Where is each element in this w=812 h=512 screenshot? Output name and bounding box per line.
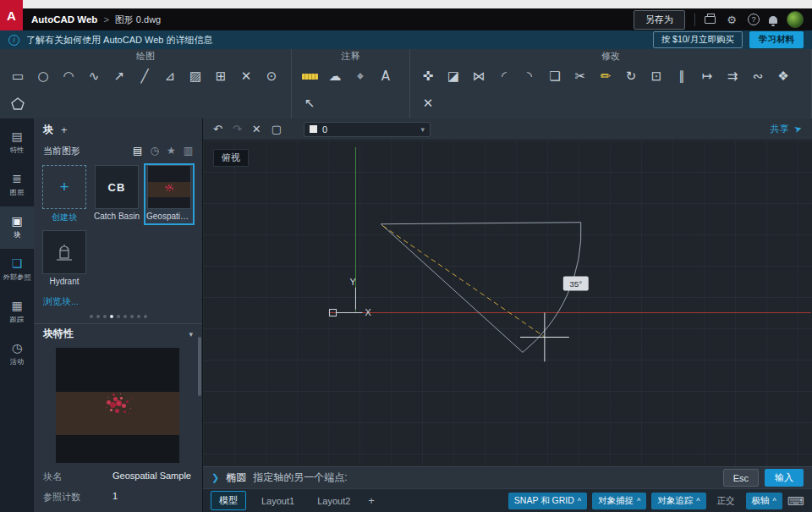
enter-button[interactable]: 输入 xyxy=(765,469,804,487)
share-button[interactable]: 共享 ➤ xyxy=(771,123,802,135)
toggle-snap-grid[interactable]: SNAP 和 GRID ^ xyxy=(508,493,587,509)
window-chrome-strip xyxy=(0,0,812,8)
tab-model[interactable]: 模型 xyxy=(211,491,246,510)
copy-tool[interactable]: ❏ xyxy=(543,64,567,88)
hatch-tool[interactable]: ▨ xyxy=(184,64,207,88)
erase-tool[interactable]: ✏ xyxy=(594,64,617,88)
tab-layout2[interactable]: Layout2 xyxy=(310,493,358,509)
polyline-tool[interactable]: ⊿ xyxy=(158,64,182,88)
redo-icon[interactable]: ↷ xyxy=(233,123,242,135)
add-layout-button[interactable]: + xyxy=(365,494,377,507)
block-cell-hydrant[interactable]: Hydrant xyxy=(41,230,88,286)
circle-tool[interactable]: ○ xyxy=(31,64,55,88)
array-tool[interactable]: ⊞ xyxy=(209,64,233,88)
favorites-view-icon[interactable]: ★ xyxy=(167,145,176,157)
user-avatar[interactable] xyxy=(787,11,804,28)
document-view-icon[interactable]: ▤ xyxy=(133,145,142,157)
undo-icon[interactable]: ↶ xyxy=(213,123,222,135)
zoom-extents-icon[interactable]: ✕ xyxy=(252,123,261,135)
spline-tool[interactable]: ∿ xyxy=(82,64,106,88)
dimension-tool[interactable]: ⌖ xyxy=(348,64,372,88)
sidebar-item-xref[interactable]: ❏ 外部参照 xyxy=(0,249,34,291)
chevron-up-icon[interactable]: ^ xyxy=(696,497,700,505)
linear-dimension-tool[interactable] xyxy=(298,64,321,88)
recent-view-icon[interactable]: ◷ xyxy=(150,145,158,157)
pagination-dot[interactable] xyxy=(96,315,100,318)
sidebar-item-blocks[interactable]: ▣ 块 xyxy=(0,206,34,249)
offset-tool[interactable]: ∥ xyxy=(670,64,694,88)
sidebar-item-activity[interactable]: ◷ 活动 xyxy=(0,333,34,376)
lengthen-tool[interactable]: ⇉ xyxy=(721,64,744,88)
mirror-tool[interactable]: ⋈ xyxy=(467,64,491,88)
stretch-tool[interactable]: ↦ xyxy=(695,64,719,88)
libraries-view-icon[interactable]: ▥ xyxy=(184,145,193,157)
help-icon[interactable]: ? xyxy=(748,14,760,25)
document-name[interactable]: 图形 0.dwg xyxy=(115,14,161,26)
pagination-dot[interactable] xyxy=(137,315,140,318)
move-tool[interactable]: ✜ xyxy=(416,64,440,88)
block-cell-catch-basin[interactable]: CB Catch Basin xyxy=(93,165,140,223)
sidebar-item-layers[interactable]: ≣ 图层 xyxy=(0,164,34,206)
toggle-ortho[interactable]: 正交 xyxy=(711,493,741,509)
block-properties-header[interactable]: 块特性 ▾ xyxy=(34,323,202,344)
rectangle-tool[interactable]: ▭ xyxy=(6,64,30,88)
add-block-icon[interactable]: + xyxy=(61,124,68,136)
learning-materials-button[interactable]: 学习材料 xyxy=(749,31,804,48)
block-label: Geospatial ... xyxy=(146,212,192,221)
measure-tool[interactable]: ✕ xyxy=(234,64,258,88)
chevron-up-icon[interactable]: ^ xyxy=(578,497,581,505)
settings-gear-icon[interactable]: ⚙ xyxy=(725,14,738,25)
command-prompt[interactable]: 指定轴的另一个端点: xyxy=(253,471,347,485)
text-tool[interactable]: A xyxy=(374,64,398,88)
toggle-object-snap[interactable]: 对象捕捉 ^ xyxy=(592,493,646,509)
scale-tool[interactable]: ⊡ xyxy=(645,64,668,88)
chevron-collapse-icon[interactable]: ▾ xyxy=(189,330,193,339)
block-cell-geospatial[interactable]: Geospatial ... xyxy=(145,165,193,223)
create-block-cell[interactable]: + 创建块 xyxy=(41,165,88,223)
line-tool[interactable]: ╱ xyxy=(133,64,156,88)
toggle-object-tracking[interactable]: 对象追踪 ^ xyxy=(651,493,705,509)
rotate-tool[interactable]: ↻ xyxy=(619,64,643,88)
pagination-dot[interactable] xyxy=(130,315,134,318)
arc-tool[interactable]: ◠ xyxy=(57,64,80,88)
browse-blocks-link[interactable]: 浏览块... xyxy=(34,288,202,311)
view-cube-label[interactable]: 俯视 xyxy=(213,149,249,167)
save-as-button[interactable]: 另存为 xyxy=(634,10,685,30)
trim-tool[interactable]: ◪ xyxy=(442,64,465,88)
fillet-tool[interactable]: ◜ xyxy=(492,64,516,88)
ucs-y-label: Y xyxy=(349,277,356,287)
autocad-logo[interactable]: A xyxy=(0,0,23,30)
buy-subscription-button[interactable]: 按 $10/月立即购买 xyxy=(653,31,743,48)
layer-dropdown[interactable]: 0 ▾ xyxy=(304,122,431,137)
pagination-dot[interactable] xyxy=(144,315,147,318)
toggle-polar[interactable]: 极轴 ^ xyxy=(746,493,782,509)
pagination-dot[interactable] xyxy=(123,315,127,318)
donut-tool[interactable]: ⊙ xyxy=(260,64,283,88)
drawing-canvas[interactable]: 俯视 X Y 35° xyxy=(203,140,812,466)
chamfer-tool[interactable]: ◝ xyxy=(518,64,541,88)
panel-scrollbar[interactable] xyxy=(198,337,201,396)
point-tool[interactable]: ✕ xyxy=(416,91,440,115)
ray-tool[interactable]: ↗ xyxy=(107,64,131,88)
notifications-bell-icon[interactable] xyxy=(769,16,777,24)
chevron-up-icon[interactable]: ^ xyxy=(637,497,640,505)
zoom-window-icon[interactable]: ▢ xyxy=(272,123,282,135)
keyboard-icon[interactable]: ⌨ xyxy=(787,494,804,508)
pagination-dot[interactable] xyxy=(110,315,113,318)
current-drawing-tab[interactable]: 当前图形 xyxy=(43,145,80,157)
leader-tool[interactable]: ↖ xyxy=(298,91,321,115)
tab-layout1[interactable]: Layout1 xyxy=(254,493,302,509)
break-tool[interactable]: ✂ xyxy=(568,64,592,88)
polygon-tool[interactable] xyxy=(6,91,30,115)
print-icon[interactable] xyxy=(705,16,716,24)
chevron-up-icon[interactable]: ^ xyxy=(773,497,776,505)
pagination-dot[interactable] xyxy=(103,315,107,318)
sidebar-item-traces[interactable]: ▦ 跟踪 xyxy=(0,291,34,333)
pagination-dot[interactable] xyxy=(117,315,120,318)
join-tool[interactable]: ∾ xyxy=(746,64,770,88)
esc-button[interactable]: Esc xyxy=(723,469,759,487)
revision-cloud-tool[interactable]: ☁ xyxy=(323,64,347,88)
explode-tool[interactable]: ❖ xyxy=(771,64,795,88)
sidebar-item-properties[interactable]: ▤ 特性 xyxy=(0,122,34,164)
pagination-dot[interactable] xyxy=(90,315,93,318)
